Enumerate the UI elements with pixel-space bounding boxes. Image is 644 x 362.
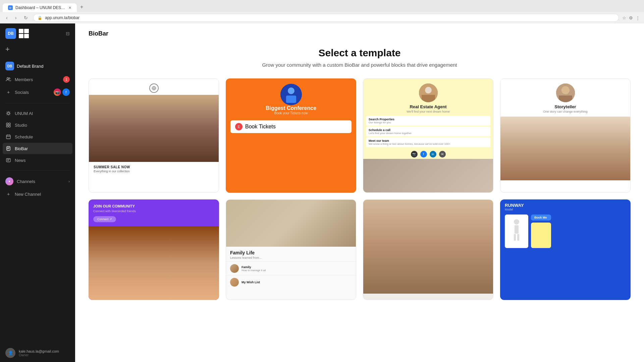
- re-row1-desc: Our listings for you: [369, 121, 488, 124]
- template-card-storyteller[interactable]: Storyteller One story can change everyth…: [500, 78, 631, 193]
- channels-icon: ●: [5, 177, 13, 185]
- forward-button[interactable]: ›: [13, 14, 19, 21]
- menu-button[interactable]: ⋮: [636, 15, 640, 20]
- add-button[interactable]: +: [5, 45, 10, 54]
- tab-close-button[interactable]: ✕: [68, 6, 71, 10]
- template-card-conference[interactable]: Biggest Conference Book your Tickets now…: [226, 78, 356, 193]
- address-text: app.unum.la/biobar: [45, 15, 79, 20]
- fam-row2-title: My Wish List: [241, 281, 260, 284]
- user-avatar: 👤: [5, 348, 15, 358]
- runway-side: Book Me: [531, 215, 551, 248]
- family-row-1: Family How to manage it all: [226, 261, 356, 275]
- sidebar-brand-item[interactable]: DB Default Brand: [3, 59, 72, 73]
- sidebar-item-members[interactable]: Members 1: [3, 73, 72, 85]
- brand-label: Default Brand: [17, 64, 44, 69]
- svg-rect-12: [286, 96, 296, 103]
- globe-icon: [149, 83, 159, 93]
- community-title: JOIN OUR COMMUNITY: [89, 199, 219, 209]
- re-row3-desc: We know a thing or two about homes, beca…: [369, 142, 488, 145]
- community-btn[interactable]: Connect ↗: [93, 216, 116, 222]
- sidebar-footer: 👤 kale.haus.la@gmail.com Owner: [0, 344, 75, 362]
- conference-book-btn[interactable]: E Book Tickets: [230, 120, 352, 133]
- bookmark-button[interactable]: ☆: [622, 15, 626, 20]
- template-card-community[interactable]: JOIN OUR COMMUNITY Connect with likemind…: [89, 199, 219, 300]
- sidebar-item-schedule[interactable]: Schedule: [3, 131, 72, 142]
- re-email-icon: ✉: [439, 151, 446, 158]
- instagram-icon: 📷: [54, 88, 61, 96]
- new-tab-button[interactable]: +: [77, 2, 87, 12]
- template-grid-row2: JOIN OUR COMMUNITY Connect with likemind…: [89, 199, 631, 300]
- sidebar-item-ai[interactable]: UNUM AI: [3, 108, 72, 119]
- sidebar-add: +: [0, 44, 75, 58]
- sidebar-item-news[interactable]: News: [3, 155, 72, 166]
- schedule-icon: [5, 134, 11, 140]
- sidebar-item-new-channel[interactable]: + New Channel: [3, 188, 72, 200]
- summer-sale-text: SUMMER SALE NOW Everything in our collec…: [89, 162, 219, 178]
- svg-rect-6: [9, 125, 10, 127]
- realestate-row-1: Search Properties Our listings for you: [366, 116, 490, 126]
- page-title: BioBar: [89, 30, 631, 37]
- active-tab[interactable]: D Dashboard – UNUM DESIGN ✕: [3, 3, 77, 12]
- template-card-summer-sale[interactable]: SUMMER SALE NOW Everything in our collec…: [89, 78, 219, 193]
- sidebar: DB ⊟ + DB Default Brand Members 1: [0, 23, 75, 362]
- sidebar-collapse-button[interactable]: ⊟: [66, 31, 70, 36]
- unum-logo: [19, 29, 29, 38]
- sidebar-channels-section: ● Channels › + New Channel: [0, 173, 75, 201]
- runway-content: Book Me: [500, 215, 631, 253]
- svg-point-19: [514, 219, 519, 225]
- re-linkedin-icon: in: [430, 151, 436, 158]
- user-info: kale.haus.la@gmail.com Owner: [19, 349, 59, 357]
- community-photo: [89, 226, 219, 300]
- channels-chevron-icon: ›: [68, 179, 70, 183]
- realestate-row-2: Schedule a call Let's find your dream ho…: [366, 127, 490, 136]
- svg-rect-22: [517, 234, 519, 241]
- back-button[interactable]: ‹: [4, 14, 10, 21]
- sidebar-item-biobar[interactable]: BioBar: [3, 143, 72, 154]
- tab-title: Dashboard – UNUM DESIGN: [15, 5, 66, 10]
- storyteller-photo: [500, 117, 630, 180]
- svg-rect-8: [7, 146, 10, 150]
- biobar-icon: [5, 145, 11, 152]
- members-label: Members: [15, 77, 33, 82]
- summer-sale-title: SUMMER SALE NOW: [94, 165, 214, 169]
- sidebar-item-channels[interactable]: ● Channels ›: [3, 175, 72, 188]
- runway-title: RUNWAY: [505, 203, 626, 208]
- book-btn-label: Book Tickets: [245, 124, 276, 130]
- runway-book-btn[interactable]: Book Me: [531, 215, 551, 221]
- sidebar-header: DB ⊟: [0, 23, 75, 44]
- family-row-2-text: My Wish List: [241, 281, 260, 284]
- sidebar-item-socials[interactable]: + Socials 📷 f: [3, 86, 72, 99]
- refresh-button[interactable]: ↻: [22, 14, 30, 21]
- realestate-row-3: Meet our team We know a thing or two abo…: [366, 137, 490, 147]
- re-row2-title: Schedule a call: [369, 128, 488, 132]
- book-btn-icon: E: [235, 123, 243, 130]
- address-bar[interactable]: 🔒 app.unum.la/biobar: [33, 14, 619, 22]
- sidebar-item-studio[interactable]: Studio: [3, 119, 72, 131]
- template-card-realestate[interactable]: Real Estate Agent We'll find your next d…: [363, 78, 493, 193]
- members-icon: [5, 76, 11, 82]
- extensions-button[interactable]: ⚙: [629, 15, 633, 20]
- user-email: kale.haus.la@gmail.com: [19, 349, 59, 353]
- conference-title: Biggest Conference: [226, 105, 356, 111]
- realestate-avatar: [419, 83, 438, 102]
- ai-icon: [5, 110, 11, 116]
- fam-row1-desc: How to manage it all: [241, 269, 266, 272]
- family-row-1-avatar: [230, 264, 239, 273]
- tab-favicon: D: [8, 5, 13, 10]
- runway-yellow-box: [531, 223, 551, 248]
- template-section: Select a template Grow your community wi…: [75, 41, 644, 313]
- template-subheading: Grow your community with a custom BioBar…: [89, 62, 631, 68]
- template-card-runway[interactable]: RUNWAY Model Book Me: [500, 199, 631, 300]
- news-icon: [5, 157, 11, 163]
- svg-rect-9: [6, 159, 10, 162]
- workspace-avatar[interactable]: DB: [5, 28, 16, 39]
- summer-sale-desc: Everything in our collection: [94, 170, 214, 173]
- re-facebook-icon: f: [420, 151, 427, 158]
- studio-icon: [5, 122, 11, 128]
- svg-point-14: [425, 87, 432, 94]
- re-row1-title: Search Properties: [369, 118, 488, 121]
- template-card-family[interactable]: Family Life Lessons learned from... Fami…: [226, 199, 356, 300]
- studio-label: Studio: [15, 123, 27, 128]
- socials-label: Socials: [15, 90, 29, 95]
- template-card-portrait[interactable]: [363, 199, 493, 300]
